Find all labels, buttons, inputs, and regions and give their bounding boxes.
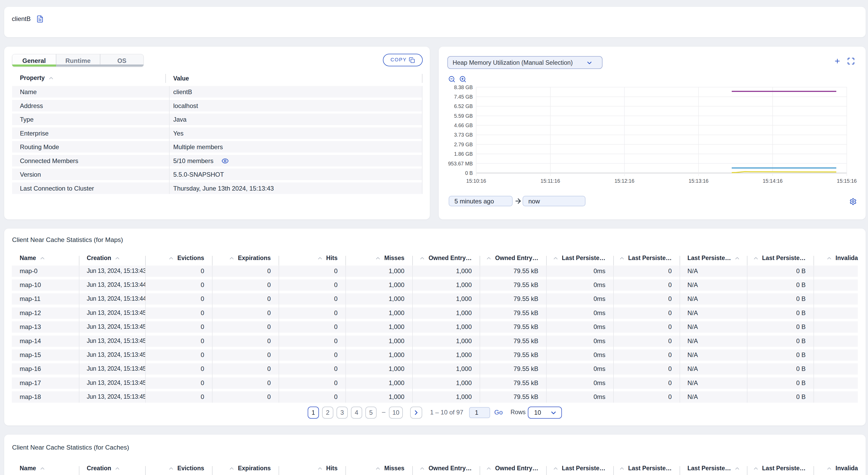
svg-text:7.45 GB: 7.45 GB: [454, 94, 473, 99]
svg-text:2.79 GB: 2.79 GB: [454, 142, 473, 147]
svg-text:15:13:16: 15:13:16: [688, 178, 708, 184]
svg-text:15:11:16: 15:11:16: [541, 178, 560, 184]
svg-text:1.86 GB: 1.86 GB: [454, 151, 473, 157]
svg-text:15:10:16: 15:10:16: [466, 178, 486, 184]
svg-text:6.52 GB: 6.52 GB: [454, 103, 473, 109]
svg-text:953.67 MB: 953.67 MB: [448, 161, 473, 167]
svg-text:0 B: 0 B: [465, 170, 473, 176]
svg-text:15:12:16: 15:12:16: [615, 178, 634, 184]
svg-text:15:15:16: 15:15:16: [837, 178, 857, 184]
svg-text:5.59 GB: 5.59 GB: [454, 113, 473, 119]
svg-text:8.38 GB: 8.38 GB: [454, 84, 473, 90]
svg-text:3.73 GB: 3.73 GB: [454, 132, 473, 138]
svg-text:15:14:16: 15:14:16: [763, 178, 782, 184]
svg-text:4.66 GB: 4.66 GB: [454, 122, 473, 128]
